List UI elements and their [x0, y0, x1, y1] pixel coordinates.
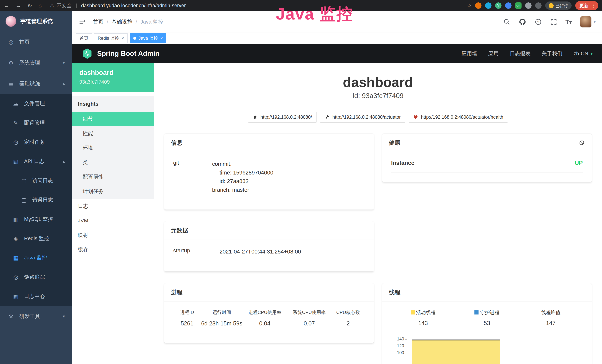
legend-value: 53: [455, 320, 519, 327]
app-sidebar: 芋道管理系统 ◎ 首页 ⚙ 系统管理 ▾ ▤ 基础设施 ▴ ☁ 文件管理: [0, 11, 72, 364]
breadcrumb-separator: /: [107, 19, 108, 25]
address-bar[interactable]: ⚠ 不安全 | dashboard.yudao.iocoder.cn/infra…: [50, 2, 186, 9]
sba-item-classes[interactable]: 类: [72, 155, 154, 170]
extension-icon[interactable]: [525, 2, 532, 9]
metadata-value: 2021-04-27T00:44:31.254+08:00: [219, 247, 301, 256]
breadcrumb: 首页 / 基础设施 / Java 监控: [93, 18, 163, 25]
history-icon[interactable]: [579, 140, 585, 146]
health-url-link[interactable]: http://192.168.0.2:48080/actuator/health: [409, 112, 508, 123]
back-icon[interactable]: ←: [4, 2, 9, 9]
sidebar-item-access-logs[interactable]: ▢ 访问日志: [0, 171, 72, 190]
extension-icon[interactable]: [485, 2, 492, 9]
reload-icon[interactable]: ↻: [27, 2, 32, 9]
breadcrumb-home[interactable]: 首页: [93, 18, 103, 25]
document-icon: ▧: [12, 158, 19, 165]
info-card-title: 信息: [164, 134, 374, 152]
wrench-icon: [325, 115, 329, 120]
fullscreen-icon[interactable]: [550, 19, 557, 25]
sba-item-caches[interactable]: 缓存: [72, 242, 154, 257]
actuator-url-link[interactable]: http://192.168.0.2:48080/actuator: [320, 112, 405, 123]
process-card: 进程 进程ID 5261 运行时间 6d 23h 15m 59: [164, 283, 374, 343]
extension-icon[interactable]: V: [495, 2, 502, 9]
user-menu[interactable]: ▾: [580, 16, 596, 27]
tag-home[interactable]: 首页: [76, 33, 92, 43]
spring-boot-admin: Spring Boot Admin 应用墙 应用 日志报表 关于我们 zh-CN…: [72, 44, 602, 364]
sidebar-item-api-logs[interactable]: ▧ API 日志 ▴: [0, 152, 72, 171]
health-instance-label: Instance: [391, 160, 415, 166]
sba-main: dashboard Id: 93a3fc7f7409 http://192.16…: [154, 63, 602, 364]
sidebar-item-dev-tools[interactable]: ⚒ 研发工具 ▾: [0, 306, 72, 327]
sba-nav-applications[interactable]: 应用: [488, 50, 499, 57]
font-size-icon[interactable]: TT: [566, 18, 572, 26]
tag-java-monitor[interactable]: Java 监控 ×: [130, 33, 166, 43]
sidebar-item-home[interactable]: ◎ 首页: [0, 32, 72, 52]
sidebar-item-label: 系统管理: [19, 59, 40, 66]
sidebar-item-log-center[interactable]: ▨ 日志中心: [0, 287, 72, 306]
legend-peak-threads: 线程峰值 147: [519, 309, 583, 327]
forward-icon[interactable]: →: [16, 2, 21, 9]
sidebar-item-infrastructure[interactable]: ▤ 基础设施 ▴: [0, 73, 72, 94]
y-axis-tick: 140: [391, 337, 407, 341]
sidebar-item-mysql-monitor[interactable]: ▥ MySQL 监控: [0, 210, 72, 229]
extension-icon[interactable]: [475, 2, 482, 9]
help-icon[interactable]: ?: [535, 18, 542, 25]
close-icon[interactable]: ×: [160, 36, 163, 41]
java-monitor-icon: ▦: [12, 255, 19, 261]
search-icon[interactable]: [504, 19, 510, 25]
tag-label: 首页: [80, 35, 88, 41]
sba-item-config-props[interactable]: 配置属性: [72, 170, 154, 184]
actuator-url-text: http://192.168.0.2:48080/actuator: [333, 114, 401, 120]
chevron-down-icon: ▾: [591, 51, 593, 56]
github-icon[interactable]: [519, 18, 526, 26]
metadata-card-body: startup 2021-04-27T00:44:31.254+08:00: [164, 240, 374, 271]
service-url-link[interactable]: http://192.168.0.2:48080/: [248, 112, 317, 123]
legend-label: 守护进程: [480, 309, 499, 316]
sba-item-metrics[interactable]: 性能: [72, 126, 154, 141]
health-card-body: Instance UP: [382, 152, 592, 182]
sba-instance-block[interactable]: dashboard 93a3fc7f7409: [72, 63, 154, 92]
sba-item-environment[interactable]: 环境: [72, 141, 154, 155]
threads-chart: 140 120 100: [391, 337, 583, 364]
sba-nav-about[interactable]: 关于我们: [542, 50, 562, 57]
legend-square-blue: [474, 310, 479, 314]
hamburger-icon[interactable]: [79, 18, 86, 26]
sidebar-item-tracing[interactable]: ◎ 链路追踪: [0, 268, 72, 287]
git-commit-line: commit:: [212, 160, 273, 168]
sba-brand[interactable]: Spring Boot Admin: [97, 50, 160, 57]
sba-group-header: Insights: [72, 96, 154, 112]
process-value: 6d 23h 15m 59s: [201, 320, 243, 327]
instance-subtitle: Id: 93a3fc7f7409: [154, 92, 602, 100]
sba-language-select[interactable]: zh-CN ▾: [574, 51, 593, 57]
sba-nav-journal[interactable]: 日志报表: [510, 50, 531, 57]
close-icon[interactable]: ×: [121, 36, 124, 41]
sidebar-item-system-management[interactable]: ⚙ 系统管理 ▾: [0, 52, 72, 73]
warning-icon: ⚠: [50, 3, 54, 8]
breadcrumb-infrastructure[interactable]: 基础设施: [112, 18, 132, 25]
sidebar-item-file-management[interactable]: ☁ 文件管理: [0, 94, 72, 113]
browser-home-icon[interactable]: ⌂: [38, 2, 42, 9]
sidebar-item-scheduled-tasks[interactable]: ◷ 定时任务: [0, 132, 72, 152]
extension-icon[interactable]: [535, 2, 542, 9]
sba-item-details[interactable]: 细节: [72, 112, 154, 126]
sidebar-item-label: 首页: [19, 38, 30, 45]
screen: ← → ↻ ⌂ ⚠ 不安全 | dashboard.yudao.iocoder.…: [0, 0, 602, 364]
service-url-text: http://192.168.0.2:48080/: [260, 114, 312, 120]
sidebar-item-java-monitor[interactable]: ▦ Java 监控: [0, 248, 72, 268]
sba-item-logs[interactable]: 日志: [72, 199, 154, 214]
sba-item-jvm[interactable]: JVM: [72, 214, 154, 228]
sidebar-item-label: 文件管理: [24, 100, 45, 107]
layers-icon: ◈: [12, 235, 19, 242]
browser-update-button[interactable]: 更新 ⋮: [575, 1, 598, 10]
extension-icon[interactable]: [505, 2, 512, 9]
sba-item-scheduled-tasks[interactable]: 计划任务: [72, 184, 154, 199]
info-value: commit: time: 1596289704000 id: 27aa832 …: [212, 160, 273, 194]
tag-redis-monitor[interactable]: Redis 监控 ×: [94, 33, 128, 43]
bookmark-star-icon[interactable]: ☆: [467, 3, 472, 9]
profile-paused-chip[interactable]: 已暂停: [545, 1, 572, 10]
sba-nav-wallboard[interactable]: 应用墙: [462, 50, 477, 57]
sba-item-mappings[interactable]: 映射: [72, 228, 154, 242]
extension-icon[interactable]: on: [515, 2, 522, 9]
sidebar-item-config-management[interactable]: ✎ 配置管理: [0, 113, 72, 132]
sidebar-item-redis-monitor[interactable]: ◈ Redis 监控: [0, 229, 72, 248]
sidebar-item-error-logs[interactable]: ▢ 错误日志: [0, 190, 72, 210]
